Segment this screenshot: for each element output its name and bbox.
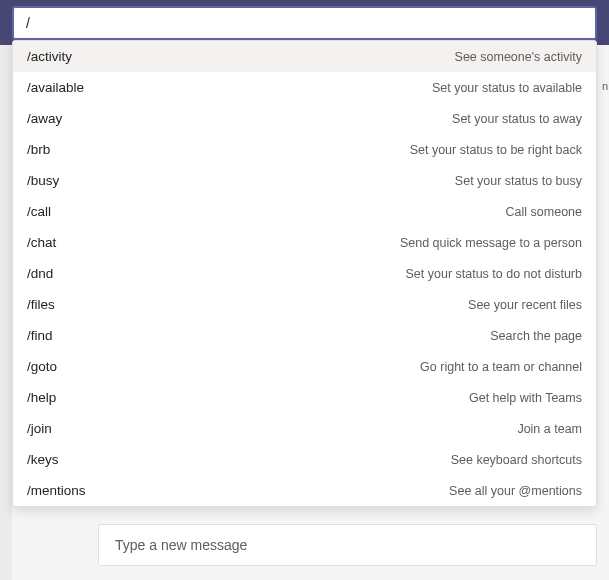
command-search-input[interactable] xyxy=(24,14,585,32)
command-name: /busy xyxy=(27,173,59,188)
command-description: Set your status to do not disturb xyxy=(406,267,583,281)
command-name: /find xyxy=(27,328,53,343)
command-name: /dnd xyxy=(27,266,53,281)
command-description: Call someone xyxy=(506,205,582,219)
command-item[interactable]: /keysSee keyboard shortcuts xyxy=(13,444,596,475)
message-compose-box[interactable] xyxy=(98,524,597,566)
command-item[interactable]: /gotoGo right to a team or channel xyxy=(13,351,596,382)
command-description: See keyboard shortcuts xyxy=(451,453,582,467)
command-name: /call xyxy=(27,204,51,219)
command-item[interactable]: /dndSet your status to do not disturb xyxy=(13,258,596,289)
command-name: /help xyxy=(27,390,56,405)
command-item[interactable]: /filesSee your recent files xyxy=(13,289,596,320)
command-item[interactable]: /findSearch the page xyxy=(13,320,596,351)
command-description: Send quick message to a person xyxy=(400,236,582,250)
command-description: See your recent files xyxy=(468,298,582,312)
command-name: /goto xyxy=(27,359,57,374)
command-name: /activity xyxy=(27,49,72,64)
command-item[interactable]: /joinJoin a team xyxy=(13,413,596,444)
left-rail-fragment xyxy=(0,45,12,580)
command-item[interactable]: /chatSend quick message to a person xyxy=(13,227,596,258)
command-description: Join a team xyxy=(517,422,582,436)
command-name: /join xyxy=(27,421,52,436)
command-item[interactable]: /brbSet your status to be right back xyxy=(13,134,596,165)
command-name: /chat xyxy=(27,235,56,250)
command-description: Search the page xyxy=(490,329,582,343)
command-name: /brb xyxy=(27,142,50,157)
command-description: See someone's activity xyxy=(455,50,582,64)
command-description: See all your @mentions xyxy=(449,484,582,498)
command-description: Set your status to available xyxy=(432,81,582,95)
command-item[interactable]: /callCall someone xyxy=(13,196,596,227)
command-name: /available xyxy=(27,80,84,95)
command-description: Set your status to busy xyxy=(455,174,582,188)
command-description: Go right to a team or channel xyxy=(420,360,582,374)
command-item[interactable]: /activitySee someone's activity xyxy=(13,41,596,72)
command-description: Get help with Teams xyxy=(469,391,582,405)
command-name: /files xyxy=(27,297,55,312)
command-item[interactable]: /awaySet your status to away xyxy=(13,103,596,134)
command-name: /mentions xyxy=(27,483,86,498)
command-name: /keys xyxy=(27,452,59,467)
command-item[interactable]: /helpGet help with Teams xyxy=(13,382,596,413)
command-suggestions-dropdown: /activitySee someone's activity/availabl… xyxy=(12,40,597,507)
cropped-text-fragment: n xyxy=(602,80,608,92)
command-search-box[interactable] xyxy=(12,6,597,40)
command-item[interactable]: /mentionsSee all your @mentions xyxy=(13,475,596,506)
message-input[interactable] xyxy=(113,536,582,554)
command-description: Set your status to away xyxy=(452,112,582,126)
command-description: Set your status to be right back xyxy=(410,143,582,157)
command-name: /away xyxy=(27,111,62,126)
command-item[interactable]: /busySet your status to busy xyxy=(13,165,596,196)
command-item[interactable]: /availableSet your status to available xyxy=(13,72,596,103)
title-bar: /activitySee someone's activity/availabl… xyxy=(0,0,609,45)
